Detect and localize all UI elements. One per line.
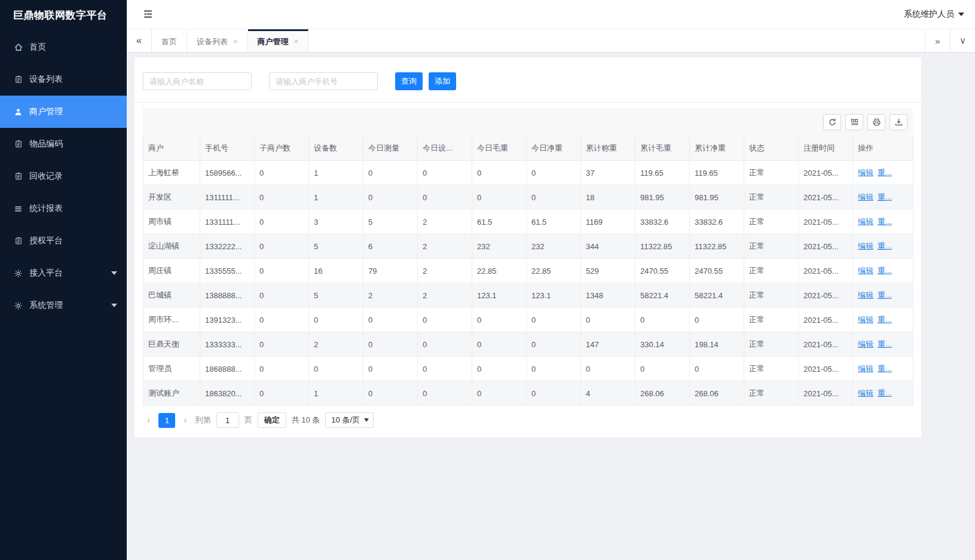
cell: 2021-05... [799, 259, 853, 283]
cell: 198.14 [690, 332, 744, 357]
sidebar: 巨鼎物联网数字平台 首页设备列表商户管理物品编码回收记录统计报表授权平台接入平台… [0, 0, 127, 560]
reset-link[interactable]: 重... [878, 364, 892, 373]
cell: 正常 [744, 210, 799, 234]
menu-fold-icon[interactable] [142, 8, 154, 20]
cell: 巴城镇 [143, 283, 200, 308]
sidebar-item-label: 系统管理 [29, 300, 63, 311]
reset-link[interactable]: 重... [878, 339, 892, 348]
cell: 正常 [744, 308, 799, 332]
cell: 3 [309, 210, 363, 234]
tabs-scroll-left-button[interactable]: « [127, 29, 152, 52]
cell: 1331111... [200, 210, 255, 234]
cell: 巨鼎天衡 [143, 332, 200, 357]
reset-link[interactable]: 重... [878, 168, 892, 177]
actions-cell: 编辑重... [853, 161, 913, 185]
clipboard-icon [13, 139, 23, 149]
cell: 0 [635, 357, 690, 381]
current-page-button[interactable]: 1 [158, 413, 175, 428]
edit-link[interactable]: 编辑 [858, 217, 873, 226]
column-header-1: 手机号 [200, 136, 255, 161]
cell: 0 [527, 185, 581, 210]
add-button[interactable]: 添加 [429, 72, 456, 90]
edit-link[interactable]: 编辑 [858, 388, 873, 397]
actions-cell: 编辑重... [853, 283, 913, 308]
sidebar-item-2[interactable]: 商户管理 [0, 96, 127, 128]
tabs-scroll-right-button[interactable]: » [925, 29, 950, 52]
export-button[interactable] [890, 114, 907, 130]
tab-label: 首页 [161, 36, 177, 47]
print-button[interactable] [867, 114, 885, 130]
reset-link[interactable]: 重... [878, 266, 892, 275]
cell: 6 [363, 234, 418, 259]
cell: 0 [690, 308, 744, 332]
cell: 测试账户 [143, 381, 200, 406]
sidebar-item-6[interactable]: 授权平台 [0, 225, 127, 257]
reset-link[interactable]: 重... [878, 192, 892, 201]
prev-page-button[interactable]: ‹ [144, 415, 153, 425]
reset-link[interactable]: 重... [878, 217, 892, 226]
confirm-button[interactable]: 确定 [258, 412, 286, 428]
sidebar-item-3[interactable]: 物品编码 [0, 128, 127, 160]
close-icon[interactable]: × [294, 37, 299, 46]
cell: 1 [309, 381, 363, 406]
merchant-phone-input[interactable] [269, 72, 378, 90]
cell: 5 [309, 234, 363, 259]
sidebar-item-7[interactable]: 接入平台 [0, 257, 127, 289]
edit-link[interactable]: 编辑 [858, 339, 873, 348]
refresh-button[interactable] [823, 114, 841, 130]
cell: 2021-05... [799, 161, 853, 185]
sidebar-item-5[interactable]: 统计报表 [0, 192, 127, 225]
cell: 2 [309, 332, 363, 357]
sidebar-item-0[interactable]: 首页 [0, 31, 127, 63]
goto-page-input[interactable] [216, 412, 239, 428]
table-toolbar [143, 108, 913, 136]
query-button[interactable]: 查询 [395, 72, 423, 90]
user-menu[interactable]: 系统维护人员 [904, 9, 967, 20]
column-header-10: 累计净重 [690, 136, 744, 161]
reset-link[interactable]: 重... [878, 241, 892, 250]
actions-cell: 编辑重... [853, 332, 913, 357]
edit-link[interactable]: 编辑 [858, 364, 873, 373]
next-page-button[interactable]: › [181, 415, 190, 425]
reset-link[interactable]: 重... [878, 388, 892, 397]
cell: 正常 [744, 161, 799, 185]
edit-link[interactable]: 编辑 [858, 241, 873, 250]
reset-link[interactable]: 重... [878, 315, 892, 324]
sidebar-item-8[interactable]: 系统管理 [0, 289, 127, 322]
cell: 2470.55 [635, 259, 690, 283]
page-size-select[interactable]: 10 条/页 [325, 412, 374, 428]
merchant-management-card: 查询 添加 [135, 57, 921, 437]
cell: 0 [255, 381, 309, 406]
refresh-icon [828, 118, 837, 127]
cell: 0 [418, 308, 472, 332]
cell: 1 [309, 185, 363, 210]
toggle-columns-button[interactable] [845, 114, 863, 130]
edit-link[interactable]: 编辑 [858, 168, 873, 177]
tabs-dropdown-button[interactable]: ∨ [950, 29, 975, 52]
edit-link[interactable]: 编辑 [858, 192, 873, 201]
cell: 1589566... [200, 161, 255, 185]
close-icon[interactable]: × [233, 37, 238, 46]
tab-0[interactable]: 首页 [152, 29, 187, 52]
app-root: 巨鼎物联网数字平台 首页设备列表商户管理物品编码回收记录统计报表授权平台接入平台… [0, 0, 975, 560]
cell: 1863820... [200, 381, 255, 406]
tab-2[interactable]: 商户管理× [248, 29, 309, 52]
cell: 0 [255, 308, 309, 332]
reset-link[interactable]: 重... [878, 290, 892, 299]
cell: 232 [527, 234, 581, 259]
columns-icon [850, 118, 859, 127]
cell: 2021-05... [799, 332, 853, 357]
cell: 0 [255, 283, 309, 308]
sidebar-item-1[interactable]: 设备列表 [0, 63, 127, 96]
cell: 11322.85 [635, 234, 690, 259]
edit-link[interactable]: 编辑 [858, 290, 873, 299]
cell: 2470.55 [690, 259, 744, 283]
table-body: 上海虹桥1589566...01000037119.65119.65正常2021… [143, 161, 913, 406]
tab-1[interactable]: 设备列表× [187, 29, 248, 52]
chevron-down-icon [364, 418, 369, 422]
edit-link[interactable]: 编辑 [858, 315, 873, 324]
merchant-name-input[interactable] [143, 72, 252, 90]
user-name: 系统维护人员 [904, 9, 954, 20]
sidebar-item-4[interactable]: 回收记录 [0, 160, 127, 192]
edit-link[interactable]: 编辑 [858, 266, 873, 275]
